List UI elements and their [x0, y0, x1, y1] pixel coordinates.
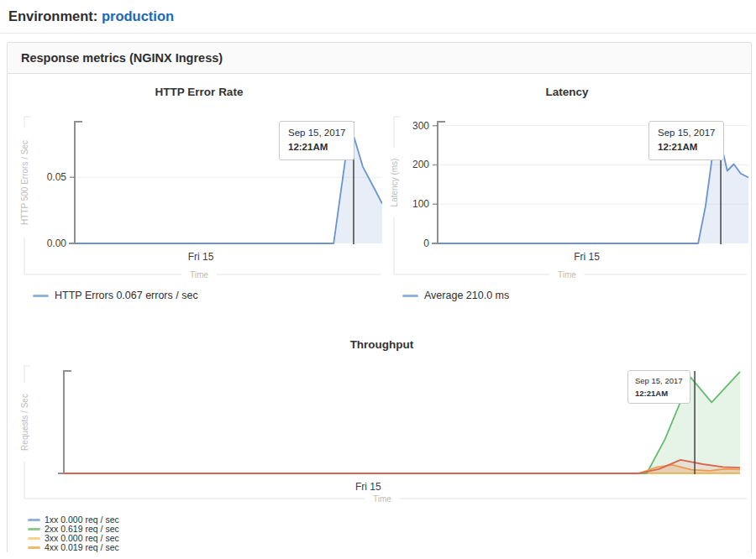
throughput-plot-area: Requests / SecTimeFri 15 Sep 15, 2017 12…: [16, 359, 748, 510]
panel-title: Response metrics (NGINX Ingress): [21, 51, 223, 65]
legend-label: Average 210.0 ms: [424, 290, 509, 301]
svg-text:300: 300: [412, 120, 429, 132]
tooltip-time: 12:21AM: [635, 387, 683, 400]
chart-tooltip: Sep 15, 2017 12:21AM: [627, 370, 690, 404]
page-header: Environment: production: [0, 0, 756, 24]
legend-color-dash-icon: [402, 295, 418, 297]
latency-legend: Average 210.0 ms: [402, 290, 748, 301]
svg-text:100: 100: [412, 198, 429, 210]
latency-plot-area: Latency (ms)Time0100200300Fri 15 Sep 15,…: [386, 107, 748, 279]
legend-color-dash-icon: [28, 528, 40, 530]
tooltip-time: 12:21AM: [658, 140, 715, 154]
svg-text:Time: Time: [190, 270, 208, 280]
latency-chart: Latency Latency (ms)Time0100200300Fri 15…: [386, 86, 748, 303]
metrics-panel: Response metrics (NGINX Ingress) HTTP Er…: [7, 42, 752, 552]
panel-body: HTTP Error Rate HTTP 500 Errors / SecTim…: [8, 74, 751, 552]
throughput-chart: Throughput Requests / SecTimeFri 15 Sep …: [16, 338, 748, 552]
tooltip-date: Sep 15, 2017: [288, 126, 345, 140]
legend-color-dash-icon: [28, 537, 40, 540]
legend-item: 2xx 0.619 req / sec: [28, 525, 748, 534]
svg-text:0.05: 0.05: [47, 171, 67, 183]
legend-color-dash-icon: [28, 546, 40, 549]
environment-label: Environment:: [8, 8, 97, 24]
svg-text:0.00: 0.00: [47, 238, 67, 249]
tooltip-date: Sep 15, 2017: [658, 126, 715, 140]
svg-text:Fri 15: Fri 15: [188, 251, 214, 263]
throughput-title: Throughput: [16, 338, 748, 351]
charts-row: HTTP Error Rate HTTP 500 Errors / SecTim…: [16, 86, 748, 303]
svg-text:Time: Time: [373, 494, 391, 504]
throughput-legend: 1xx 0.000 req / sec2xx 0.619 req / sec3x…: [28, 515, 748, 552]
svg-text:Fri 15: Fri 15: [574, 251, 600, 263]
legend-item: 1xx 0.000 req / sec: [28, 515, 748, 525]
chart-tooltip: Sep 15, 2017 12:21AM: [648, 121, 724, 160]
panel-header: Response metrics (NGINX Ingress): [8, 43, 751, 74]
legend-item: HTTP Errors 0.067 errors / sec: [33, 290, 382, 301]
error-rate-legend: HTTP Errors 0.067 errors / sec: [33, 290, 382, 301]
error-rate-title: HTTP Error Rate: [16, 86, 382, 98]
svg-text:Requests / Sec: Requests / Sec: [20, 394, 29, 451]
svg-text:0: 0: [423, 238, 429, 249]
legend-item: 4xx 0.019 req / sec: [28, 543, 748, 552]
legend-color-dash-icon: [28, 519, 40, 521]
error-rate-plot-area: HTTP 500 Errors / SecTime0.000.05Fri 15 …: [16, 107, 382, 279]
svg-text:Time: Time: [558, 270, 576, 280]
environment-link[interactable]: production: [102, 8, 174, 24]
svg-text:HTTP 500 Errors / Sec: HTTP 500 Errors / Sec: [20, 140, 29, 225]
header-divider: [0, 33, 756, 34]
tooltip-date: Sep 15, 2017: [635, 374, 683, 387]
latency-title: Latency: [386, 86, 748, 98]
legend-color-dash-icon: [33, 295, 49, 297]
tooltip-time: 12:21AM: [288, 140, 345, 154]
error-rate-chart: HTTP Error Rate HTTP 500 Errors / SecTim…: [16, 86, 382, 303]
page-title: Environment: production: [8, 8, 748, 24]
svg-text:Latency (ms): Latency (ms): [390, 159, 399, 207]
legend-label: HTTP Errors 0.067 errors / sec: [55, 290, 198, 301]
svg-text:200: 200: [412, 159, 429, 170]
legend-item: Average 210.0 ms: [402, 290, 748, 301]
chart-tooltip: Sep 15, 2017 12:21AM: [279, 121, 354, 160]
svg-text:Fri 15: Fri 15: [355, 481, 381, 493]
legend-item: 3xx 0.000 req / sec: [28, 534, 748, 543]
